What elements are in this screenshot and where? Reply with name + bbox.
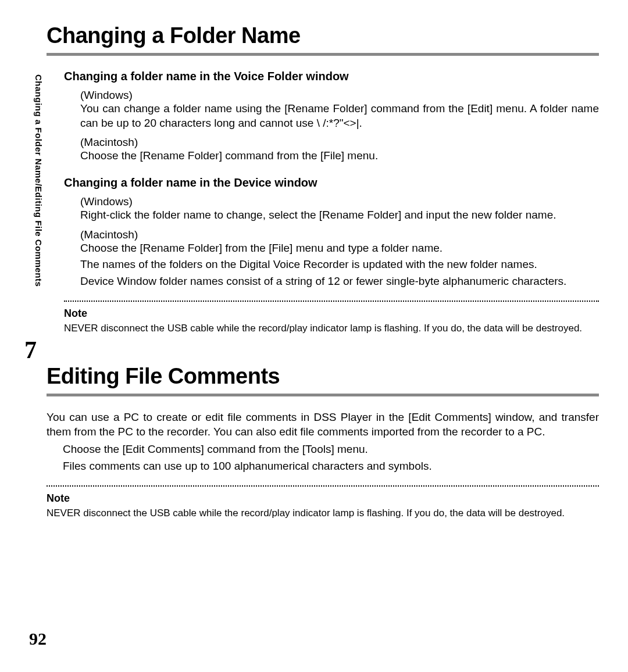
section1-dotted-rule xyxy=(64,301,599,302)
section1-sub1-mac-text: Choose the [Rename Folder] command from … xyxy=(80,149,599,163)
section1-note-label: Note xyxy=(64,308,599,320)
section1-note-text: NEVER disconnect the USB cable while the… xyxy=(64,322,599,335)
section1-sub1-mac-label: (Macintosh) xyxy=(80,136,599,149)
section1-sub1-win-label: (Windows) xyxy=(80,89,599,102)
section2-dotted-rule xyxy=(47,485,599,487)
section2-body3: Files comments can use up to 100 alphanu… xyxy=(63,459,599,474)
section1-sub2-heading: Changing a folder name in the Device win… xyxy=(64,176,599,190)
section2-rule xyxy=(47,394,599,396)
section1-sub2-mac-text3: Device Window folder names consist of a … xyxy=(80,274,599,289)
section1-sub2-mac-label: (Macintosh) xyxy=(80,228,599,241)
section1-sub2-mac-text1: Choose the [Rename Folder] from the [Fil… xyxy=(80,241,599,256)
chapter-number: 7 xyxy=(24,336,37,364)
section2-note-text: NEVER disconnect the USB cable while the… xyxy=(47,507,599,520)
section1-sub1-win-text: You can change a folder name using the [… xyxy=(80,102,599,130)
section1-rule xyxy=(47,53,599,56)
section1-sub2-win-label: (Windows) xyxy=(80,195,599,208)
section2-title: Editing File Comments xyxy=(47,364,599,389)
section1-sub2-win-text: Right-click the folder name to change, s… xyxy=(80,208,599,223)
section1-sub1-heading: Changing a folder name in the Voice Fold… xyxy=(64,70,599,83)
page-number: 92 xyxy=(29,629,47,649)
section2-body2: Choose the [Edit Comments] command from … xyxy=(63,442,599,457)
section1-sub2-mac-text2: The names of the folders on the Digital … xyxy=(80,258,599,272)
section2-note-label: Note xyxy=(47,492,599,505)
running-head: Changing a Folder Name/Editing File Comm… xyxy=(34,74,44,287)
section1-title: Changing a Folder Name xyxy=(47,23,599,48)
section2-body1: You can use a PC to create or edit file … xyxy=(47,410,599,439)
